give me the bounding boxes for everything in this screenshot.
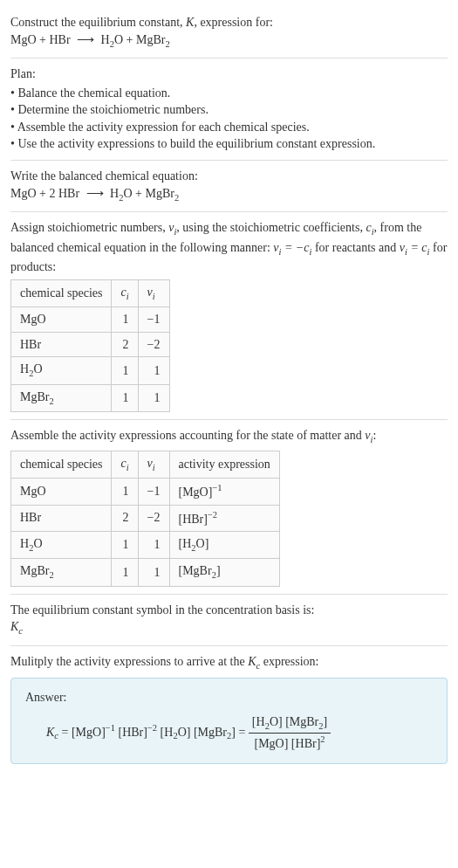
cell-nui: −1 (138, 307, 169, 333)
fn-b: O] [MgBr (270, 715, 318, 728)
bal-sub2: 2 (174, 192, 179, 202)
cell-species: MgO (11, 479, 112, 505)
cell-activity: [H2O] (169, 531, 279, 558)
cell-species: MgBr2 (11, 559, 112, 586)
answer-box: Answer: Kc = [MgO]−1 [HBr]−2 [H2O] [MgBr… (10, 678, 448, 763)
cell-species: HBr (11, 505, 112, 531)
sub-i: i (153, 291, 155, 300)
sp-a: MgBr (20, 390, 49, 403)
intro-section: Construct the equilibrium constant, K, e… (10, 7, 448, 59)
act-base: [MgO] (179, 486, 213, 499)
header-activity: activity expression (169, 451, 279, 478)
act-a: Assemble the activity expressions accoun… (10, 429, 365, 442)
balanced-equation: MgO + 2 HBr ⟶ H2O + MgBr2 (10, 185, 448, 204)
plan-item: Assemble the activity expression for eac… (10, 119, 448, 136)
sub-i: i (153, 463, 155, 472)
kc-symbol: Kc (10, 618, 448, 637)
bal-rhs-a: H (110, 187, 119, 200)
t3b: O] (178, 726, 191, 739)
cell-ci: 1 (112, 384, 138, 411)
stoich-section: Assign stoichiometric numbers, νi, using… (10, 212, 448, 420)
eq-rhs-a: H (101, 33, 110, 46)
intro-equation: MgO + HBr ⟶ H2O + MgBr2 (10, 31, 448, 51)
kc-k: K (46, 726, 54, 739)
t3a: [H (161, 726, 174, 739)
t2: [HBr] (118, 726, 147, 739)
t1: [MgO] (72, 726, 106, 739)
sub-i: i (126, 291, 129, 300)
activity-table: chemical species ci νi activity expressi… (10, 451, 280, 587)
plan-title: Plan: (10, 65, 448, 83)
sp-a: MgBr (20, 564, 49, 577)
cell-nui: 1 (138, 357, 169, 384)
arrow-icon: ⟶ (86, 185, 104, 203)
cell-species: H2O (11, 357, 112, 384)
kc-k: K (248, 655, 256, 668)
cell-nui: 1 (138, 531, 169, 558)
eq-rhs-b: O + MgBr (114, 33, 165, 46)
table-header-row: chemical species ci νi (11, 279, 170, 307)
kc-k: K (10, 620, 18, 633)
table-row: MgO 1 −1 (11, 307, 170, 333)
table-row: MgO 1 −1 [MgO]−1 (11, 479, 280, 505)
intro-k: K (186, 16, 194, 29)
sp-sub: 2 (49, 396, 53, 406)
bal-lhs: MgO + 2 HBr (10, 187, 79, 200)
cell-nui: −2 (138, 332, 169, 357)
cell-species: H2O (11, 531, 112, 558)
eq-sign: = (58, 726, 72, 739)
table-row: MgBr2 1 1 [MgBr2] (11, 559, 280, 586)
header-species: chemical species (11, 451, 112, 478)
nu-eq2-b: = c (407, 241, 427, 254)
table-row: HBr 2 −2 [HBr]−2 (11, 505, 280, 531)
t4a: [MgBr (194, 726, 227, 739)
cell-nui: 1 (138, 384, 169, 411)
act-sup: −1 (212, 483, 222, 493)
cell-ci: 1 (112, 479, 138, 505)
table-row: H2O 1 1 (11, 357, 170, 384)
act-sup: −2 (208, 510, 217, 520)
mult-b: expression: (260, 655, 318, 668)
table-row: HBr 2 −2 (11, 332, 170, 357)
plan-section: Plan: Balance the chemical equation. Det… (10, 59, 448, 161)
header-ci: ci (112, 451, 138, 478)
header-species: chemical species (11, 279, 112, 307)
fraction: [H2O] [MgBr2][MgO] [HBr]2 (249, 713, 331, 753)
sub-i: i (126, 463, 129, 472)
balanced-title: Write the balanced chemical equation: (10, 168, 448, 185)
cell-activity: [HBr]−2 (169, 505, 279, 531)
activity-intro: Assemble the activity expressions accoun… (10, 427, 448, 446)
cell-ci: 1 (112, 307, 138, 333)
cell-ci: 1 (112, 531, 138, 558)
multiply-section: Mulitply the activity expressions to arr… (10, 646, 448, 771)
fd-sup: 2 (320, 734, 325, 744)
sp-a: H (20, 362, 29, 375)
balanced-section: Write the balanced chemical equation: Mg… (10, 161, 448, 212)
nu-eq-b: = −c (281, 241, 309, 254)
act-colon: : (373, 429, 376, 442)
cell-nui: 1 (138, 559, 169, 586)
activity-section: Assemble the activity expressions accoun… (10, 420, 448, 594)
header-nui: νi (138, 279, 169, 307)
t2-sup: −2 (147, 723, 157, 733)
bal-rhs-b: O + MgBr (123, 187, 174, 200)
fn-a: [H (252, 715, 265, 728)
arrow-icon: ⟶ (77, 31, 94, 49)
table-header-row: chemical species ci νi activity expressi… (11, 451, 280, 478)
plan-item: Determine the stoichiometric numbers. (10, 101, 448, 119)
plan-item: Balance the chemical equation. (10, 85, 448, 102)
symbol-section: The equilibrium constant symbol in the c… (10, 595, 448, 646)
stoich-table: chemical species ci νi MgO 1 −1 HBr 2 −2… (10, 279, 170, 413)
mult-a: Mulitply the activity expressions to arr… (10, 655, 248, 668)
frac-den: [MgO] [HBr]2 (249, 734, 331, 752)
act-b: ] (216, 564, 221, 577)
t1-sup: −1 (106, 723, 115, 733)
eq-sub2: 2 (165, 38, 169, 48)
stoich-intro: Assign stoichiometric numbers, νi, using… (10, 219, 448, 276)
cell-ci: 1 (112, 357, 138, 384)
cell-species: MgO (11, 307, 112, 333)
symbol-line: The equilibrium constant symbol in the c… (10, 602, 448, 619)
frac-num: [H2O] [MgBr2] (249, 713, 331, 734)
act-base: [HBr] (179, 512, 208, 525)
answer-label: Answer: (25, 689, 433, 706)
